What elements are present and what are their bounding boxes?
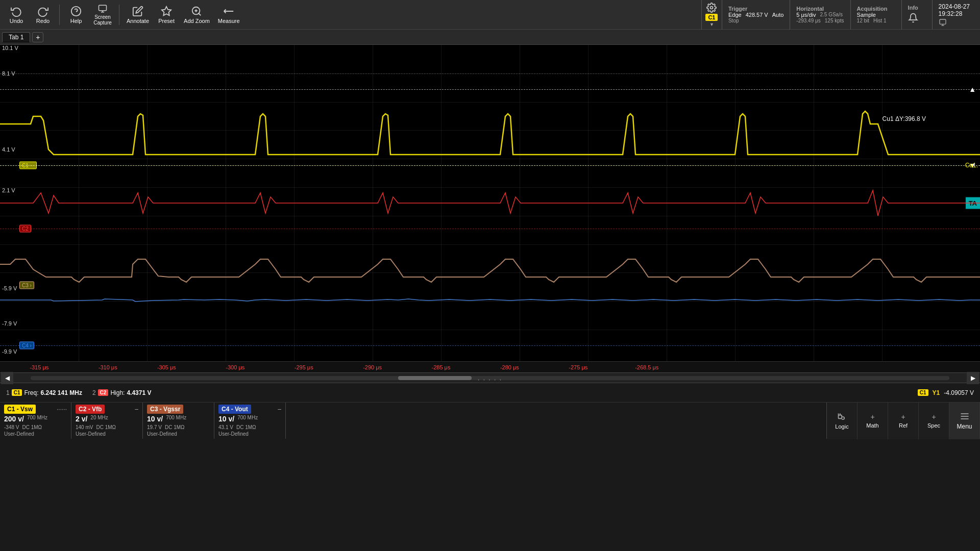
time-label-295: -295 μs <box>295 364 313 370</box>
toolbar-separator <box>59 5 60 25</box>
measure-button[interactable]: Measure <box>215 2 243 28</box>
time-label-310: -310 μs <box>99 364 117 370</box>
help-button[interactable]: Help <box>64 2 88 28</box>
scroll-thumb[interactable] <box>398 376 472 380</box>
bottom-buttons: Logic + Math + Ref + Spec Menu <box>826 403 980 439</box>
cursor-annotation: Cu1 ΔY:396.8 V <box>879 114 929 123</box>
grid-h-6 <box>0 216 980 216</box>
waveform-svg <box>0 45 980 361</box>
grid-h-3 <box>0 130 980 131</box>
ch1-block[interactable]: C1 - Vsw ······ 200 v/ 700 MHz -348 V DC… <box>0 403 71 439</box>
svg-marker-5 <box>162 6 171 15</box>
time-label-275: -275 μs <box>569 364 587 370</box>
y1-value: -4.09057 V <box>944 389 974 396</box>
c1-marker[interactable]: C1 ··· <box>19 161 37 169</box>
ch2-bw: 20 MHz <box>90 415 108 423</box>
logic-button[interactable]: Logic <box>827 403 857 439</box>
c1-channel-badge: C1 <box>705 14 718 21</box>
ch1-probe: User-Defined <box>4 431 34 437</box>
meas-num-1: 1 <box>6 389 10 396</box>
ref-line-c1 <box>0 165 980 166</box>
time-label-268: -268.5 μs <box>635 364 658 370</box>
c3-marker[interactable]: C3 › <box>19 282 34 289</box>
grid-h-4 <box>0 159 980 159</box>
measurements-bar: 1 C1 Freq: 6.242 141 MHz 2 C2 High: 4.43… <box>0 383 980 402</box>
screen-capture-button[interactable]: Screen Capture <box>90 2 115 28</box>
ch4-name-badge: C4 - Vout <box>218 405 251 414</box>
ref-line-8v <box>0 73 980 74</box>
scroll-right-button[interactable]: ▶ <box>967 372 979 384</box>
y-label-2v: 2.1 V <box>2 187 15 193</box>
ref-label: Ref <box>899 422 908 429</box>
redo-button[interactable]: Redo <box>31 2 55 28</box>
tab-1[interactable]: Tab 1 <box>2 32 30 42</box>
ta-badge[interactable]: TA <box>966 197 980 209</box>
scroll-track[interactable]: · · · · · <box>31 376 949 380</box>
meas-right: C1 Y1 -4.09057 V <box>918 389 974 396</box>
ch4-bw: 700 MHz <box>237 415 258 423</box>
preset-button[interactable]: Preset <box>154 2 179 28</box>
svg-point-10 <box>710 6 713 9</box>
grid-v-5 <box>373 45 373 361</box>
ref-button[interactable]: + Ref <box>888 403 919 439</box>
ch3-block[interactable]: C3 - Vgssr 10 v/ 700 MHz 19.7 V DC 1MΩ U… <box>143 403 214 439</box>
grid-v-8 <box>588 45 589 361</box>
ref-line-c2 <box>0 229 980 229</box>
ch2-coupling: DC 1MΩ <box>96 424 116 430</box>
time-label-285: -285 μs <box>432 364 451 370</box>
time-label-290: -290 μs <box>363 364 382 370</box>
c2-marker[interactable]: C2 <box>19 224 31 232</box>
ch4-coupling: DC 1MΩ <box>236 424 256 430</box>
ch3-name-badge: C3 - Vgssr <box>147 405 183 414</box>
trigger-block: Trigger Edge 428.57 V Auto Stop <box>722 0 790 30</box>
ch4-block[interactable]: C4 - Vout – 10 v/ 700 MHz 43.1 V DC 1MΩ … <box>214 403 286 439</box>
cu1-label: Cu1. <box>965 162 978 169</box>
y-label-neg8v: -7.9 V <box>2 320 17 327</box>
c4-marker[interactable]: C4 › <box>19 342 34 349</box>
settings-button[interactable]: C1 ▼ <box>701 0 722 30</box>
ch4-offset: 43.1 V <box>218 424 233 430</box>
ch2-block[interactable]: C2 - Vfb – 2 v/ 20 MHz 140 mV DC 1MΩ Use… <box>71 403 143 439</box>
ch2-name-badge: C2 - Vfb <box>76 405 105 414</box>
channel-info-bar: C1 - Vsw ······ 200 v/ 700 MHz -348 V DC… <box>0 402 980 439</box>
svg-line-7 <box>199 13 201 15</box>
logic-label: Logic <box>835 423 848 430</box>
spec-button[interactable]: + Spec <box>919 403 949 439</box>
ch2-probe: User-Defined <box>76 431 106 437</box>
time-label-280: -280 μs <box>500 364 519 370</box>
grid-h-10 <box>0 330 980 330</box>
waveform-outer: 10.1 V 8.1 V 4.1 V 2.1 V -5.9 V -7.9 V -… <box>0 45 980 361</box>
toolbar-separator2 <box>119 5 119 25</box>
top-right-panel: C1 ▼ Trigger Edge 428.57 V Auto Stop Hor… <box>701 0 976 30</box>
add-tab-button[interactable]: + <box>32 32 43 42</box>
grid-v-3 <box>226 45 226 361</box>
time-label-305: -305 μs <box>157 364 176 370</box>
grid-v-12 <box>882 45 883 361</box>
grid-v-7 <box>520 45 520 361</box>
ch3-probe: User-Defined <box>147 431 177 437</box>
ch3-volts: 10 v/ <box>147 415 163 423</box>
grid-h-7 <box>0 244 980 245</box>
grid-v-4 <box>294 45 295 361</box>
acquisition-block: Acquisition Sample 12 bit Hist 1 <box>850 0 901 30</box>
ref-line-c4 <box>0 345 980 346</box>
grid-h-9 <box>0 301 980 302</box>
info-block: Info <box>901 0 932 30</box>
add-zoom-button[interactable]: Add Zoom <box>181 2 213 28</box>
svg-rect-11 <box>940 19 946 24</box>
ch1-coupling: DC 1MΩ <box>22 424 42 430</box>
ch4-volts: 10 v/ <box>218 415 234 423</box>
math-button[interactable]: + Math <box>857 403 888 439</box>
meas-c1-badge: C1 <box>12 389 22 396</box>
menu-button[interactable]: Menu <box>949 403 980 439</box>
ch1-offset: -348 V <box>4 424 19 430</box>
ch1-bw: 700 MHz <box>27 415 47 423</box>
meas-num-2: 2 <box>92 389 96 396</box>
scroll-left-button[interactable]: ◀ <box>1 372 13 384</box>
grid-h-5 <box>0 187 980 188</box>
undo-button[interactable]: Undo <box>4 2 29 28</box>
spec-label: Spec <box>927 422 940 429</box>
scroll-dots: · · · · · <box>478 376 502 383</box>
annotate-button[interactable]: Annotate <box>124 2 152 28</box>
math-label: Math <box>866 422 878 429</box>
